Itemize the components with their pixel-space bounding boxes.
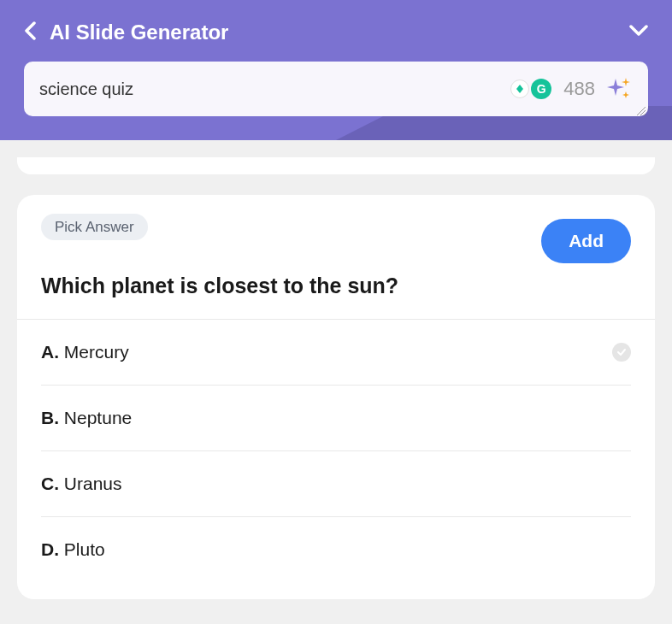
question-text: Which planet is closest to the sun? — [17, 274, 655, 298]
answer-text: A. Mercury — [41, 342, 129, 362]
header-top: AI Slide Generator — [24, 21, 648, 44]
answer-option[interactable]: D. Pluto — [41, 517, 631, 582]
card-header: Pick Answer Add — [17, 219, 655, 263]
diamond-icon — [510, 79, 529, 98]
header-bar: AI Slide Generator G 488 — [0, 0, 672, 140]
content-area: Pick Answer Add Which planet is closest … — [0, 140, 672, 599]
answer-text: C. Uranus — [41, 474, 122, 494]
character-count: 488 — [563, 78, 595, 100]
answer-option[interactable]: A. Mercury — [41, 320, 631, 386]
question-card: Pick Answer Add Which planet is closest … — [17, 195, 655, 599]
header-left: AI Slide Generator — [24, 21, 228, 44]
input-icons: G 488 — [510, 75, 633, 103]
answer-option[interactable]: C. Uranus — [41, 451, 631, 517]
answer-text: B. Neptune — [41, 408, 132, 428]
page-title: AI Slide Generator — [50, 21, 228, 44]
add-button[interactable]: Add — [541, 219, 631, 263]
answer-option[interactable]: B. Neptune — [41, 386, 631, 451]
sparkle-icon[interactable] — [605, 75, 633, 103]
grammarly-badge[interactable]: G — [510, 79, 551, 99]
answer-text: D. Pluto — [41, 539, 105, 560]
check-circle-icon — [612, 343, 631, 362]
answer-list: A. Mercury B. Neptune C. Uranus — [17, 320, 655, 582]
chevron-down-icon[interactable] — [629, 25, 648, 40]
back-icon[interactable] — [24, 21, 36, 44]
question-type-badge: Pick Answer — [41, 214, 148, 240]
prompt-input-bar: G 488 — [24, 62, 648, 116]
grammarly-icon: G — [531, 79, 551, 99]
previous-card-stub — [17, 157, 655, 174]
prompt-input[interactable] — [39, 79, 510, 99]
resize-handle-icon[interactable] — [636, 104, 646, 115]
